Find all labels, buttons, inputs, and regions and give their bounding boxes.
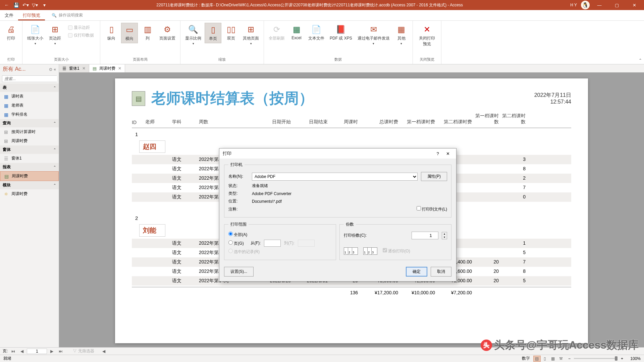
print-preview-tab[interactable]: 打印预览: [18, 10, 45, 20]
report-datetime: 2022年7月11日 12:57:44: [534, 92, 571, 105]
back-icon[interactable]: ←: [3, 2, 10, 8]
help-button[interactable]: ?: [433, 151, 443, 156]
nav-item-form[interactable]: ☰窗体1: [0, 154, 59, 163]
other-icon: ▦: [396, 24, 407, 35]
nav-item-report[interactable]: ▤周课时费: [0, 171, 59, 181]
ok-button[interactable]: 确定: [406, 267, 427, 277]
page-input[interactable]: [27, 349, 47, 354]
filter-icon[interactable]: ▽▾: [32, 2, 38, 8]
undo-icon[interactable]: ↶▾: [22, 2, 29, 8]
report-icon: ▤: [4, 174, 9, 179]
print-preview-view-button[interactable]: ▯: [541, 356, 549, 362]
design-view-button[interactable]: ⚒: [557, 356, 565, 362]
chevron-up-icon: ⌃: [53, 183, 56, 187]
page-from-input[interactable]: [264, 240, 281, 247]
tab-report[interactable]: ▤周课时费✕: [89, 64, 125, 72]
layout-view-button[interactable]: ▦: [549, 356, 557, 362]
copies-input[interactable]: [412, 232, 438, 239]
nav-group-reports[interactable]: 报表⌃: [0, 163, 59, 171]
landscape-button[interactable]: ▭横向: [121, 23, 138, 43]
columns-button[interactable]: ▥列: [139, 23, 156, 43]
group-label: 打印: [7, 57, 15, 63]
text-icon: 📄: [311, 24, 322, 35]
table-icon: ▦: [3, 103, 9, 108]
title-bar: ← 💾 ↶▾ ▽▾ ▾ 220711老师课时费统计 : 数据库- D:\OneD…: [0, 0, 644, 10]
properties-button[interactable]: 属性(P): [421, 172, 447, 181]
other-pages-button[interactable]: ⊞其他页面▾: [241, 23, 261, 47]
save-icon[interactable]: 💾: [13, 2, 19, 8]
nav-item-table[interactable]: ▦课时表: [0, 92, 59, 101]
nav-group-forms[interactable]: 窗体⌃: [0, 145, 59, 154]
margin-button[interactable]: ⊞页边距▾: [47, 23, 63, 47]
nav-group-modules[interactable]: 模块⌃: [0, 181, 59, 189]
columns-icon: ▥: [142, 24, 153, 35]
page-to-input[interactable]: [298, 240, 315, 247]
maximize-button[interactable]: ▢: [609, 0, 625, 10]
document-tabs: ☰窗体1✕ ▤周课时费✕: [59, 64, 644, 72]
nav-item-table[interactable]: ▦学科排名: [0, 110, 59, 119]
print-data-checkbox[interactable]: 仅打印数据: [67, 32, 95, 39]
email-button[interactable]: ✉通过电子邮件发送▾: [356, 23, 392, 47]
nav-group-queries[interactable]: 查询⌃: [0, 119, 59, 127]
zoom-value: 100%: [627, 356, 641, 361]
page-setup-button[interactable]: ⚙页面设置: [157, 23, 177, 43]
chevron-up-icon: ⌃: [53, 86, 56, 89]
nav-item-query[interactable]: ⊞周课时费: [0, 136, 59, 145]
portrait-icon: ▯: [106, 24, 117, 35]
nav-search[interactable]: 🔍: [2, 75, 57, 82]
print-button[interactable]: 🖨打印: [3, 23, 19, 43]
close-tab-icon[interactable]: ✕: [118, 66, 121, 71]
nav-collapse-icon[interactable]: «: [54, 67, 56, 72]
nav-group-tables[interactable]: 表⌃: [0, 83, 59, 92]
group-label: 缩放: [218, 57, 226, 63]
zoom-out-button[interactable]: −: [568, 356, 571, 361]
range-pages-radio[interactable]: 页(G): [228, 240, 244, 246]
scroll-left-button[interactable]: ◀: [100, 349, 107, 354]
dialog-title: 打印: [223, 150, 433, 157]
tell-me-search[interactable]: 🔍 操作说明搜索: [45, 12, 83, 18]
nav-item-query[interactable]: ⊞按周计算课时: [0, 127, 59, 136]
zoom-button[interactable]: 🔍显示比例▾: [183, 23, 203, 47]
nav-search-input[interactable]: [2, 76, 57, 82]
refresh-icon: ⟳: [271, 24, 282, 35]
printer-select[interactable]: Adobe PDF: [252, 173, 418, 181]
copies-spinner[interactable]: ▴▾: [442, 232, 447, 239]
minimize-button[interactable]: —: [592, 0, 607, 10]
print-icon: 🖨: [6, 24, 16, 35]
first-page-button[interactable]: ⏮: [9, 349, 17, 354]
avatar[interactable]: 🐧: [581, 1, 590, 9]
nav-item-module[interactable]: ⚛周课时费: [0, 189, 59, 198]
next-page-button[interactable]: ▶: [48, 349, 55, 354]
one-page-icon: ▯: [208, 24, 218, 35]
pdf-xps-button[interactable]: 📕PDF 或 XPS: [328, 23, 354, 43]
portrait-button[interactable]: ▯纵向: [103, 23, 120, 43]
other-export-button[interactable]: ▦其他▾: [393, 23, 410, 47]
close-tab-icon[interactable]: ✕: [82, 66, 86, 71]
text-file-button[interactable]: 📄文本文件: [306, 23, 326, 43]
print-to-file-checkbox[interactable]: 打印到文件(L): [417, 206, 447, 212]
qat-more-icon[interactable]: ▾: [41, 2, 48, 8]
printer-fieldset: 打印机 名称(N): Adobe PDF 属性(P) 状态:准备就绪 类型:Ad…: [224, 162, 451, 218]
zoom-slider[interactable]: [574, 358, 618, 359]
prev-page-button[interactable]: ◀: [18, 349, 25, 354]
range-all-radio[interactable]: 全部(A): [228, 232, 247, 238]
two-page-button[interactable]: ▯▯双页: [223, 23, 239, 43]
report-view-button[interactable]: ▤: [533, 356, 541, 362]
collapse-ribbon-icon[interactable]: ⌃: [639, 58, 642, 63]
zoom-in-button[interactable]: +: [621, 356, 623, 361]
setup-button[interactable]: 设置(S)...: [224, 267, 254, 277]
page-size-button[interactable]: 📄纸张大小▾: [25, 23, 45, 47]
cancel-button[interactable]: 取消: [431, 267, 451, 277]
zoom-icon: 🔍: [188, 24, 199, 35]
last-page-button[interactable]: ⏭: [57, 349, 65, 354]
one-page-button[interactable]: ▯单页: [205, 23, 221, 43]
close-preview-button[interactable]: ✕关闭打印预览: [416, 23, 438, 48]
file-tab[interactable]: 文件: [0, 10, 18, 20]
tab-form1[interactable]: ☰窗体1✕: [59, 64, 89, 72]
nav-item-table[interactable]: ▦老师表: [0, 101, 59, 110]
show-border-checkbox[interactable]: 显示边距: [67, 24, 95, 31]
nav-dropdown-icon[interactable]: ⊙: [49, 67, 52, 72]
close-button[interactable]: ✕: [627, 0, 642, 10]
excel-button[interactable]: ▦Excel: [288, 23, 305, 42]
dialog-close-button[interactable]: ✕: [443, 151, 453, 156]
